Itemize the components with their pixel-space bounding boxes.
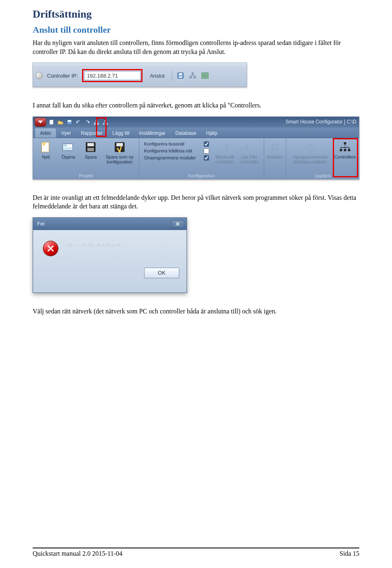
- tab-installningar[interactable]: Inställningar: [134, 128, 171, 138]
- send-label: Skicka till controller: [213, 154, 236, 164]
- tree-icon[interactable]: [189, 72, 197, 79]
- toolbar-screenshot: Controller IP: Anslut: [33, 63, 247, 87]
- dialog-title: Fel: [37, 221, 45, 227]
- svg-rect-33: [344, 142, 346, 144]
- config-wireless-label: Konfigurera trådlösa nät: [144, 148, 201, 153]
- tab-hjalp[interactable]: Hjälp: [201, 128, 222, 138]
- page-footer: Quickstart manual 2.0 2015-11-04 Sida 15: [33, 548, 359, 557]
- body-paragraph-2: I annat fall kan du söka efter controlle…: [33, 101, 359, 110]
- group-konfig-title: Konfiguration: [141, 172, 262, 178]
- svg-rect-7: [205, 73, 208, 75]
- section-title: Anslut till controller: [33, 25, 359, 35]
- controllers-button[interactable]: Controllers: [333, 140, 357, 172]
- tree-icon[interactable]: [93, 119, 100, 126]
- tab-lagg-till[interactable]: Lägg till: [107, 128, 134, 138]
- svg-rect-36: [348, 149, 350, 151]
- ok-button[interactable]: OK: [144, 268, 179, 278]
- ribbon-tabs: Arkiv Vyer Rapporter Lägg till Inställni…: [33, 127, 359, 138]
- controller-ip-input[interactable]: [84, 71, 140, 80]
- svg-rect-30: [272, 148, 275, 151]
- svg-rect-24: [87, 143, 94, 146]
- app-menu-button[interactable]: [35, 118, 46, 127]
- save-icon[interactable]: [66, 119, 73, 126]
- open-button[interactable]: Öppna: [57, 140, 80, 172]
- config-bus-option[interactable]: Konfigurera bussnät: [144, 141, 209, 147]
- config-reprogram-checkbox[interactable]: [204, 155, 209, 161]
- highlight-ip: [82, 69, 143, 82]
- svg-rect-15: [97, 123, 99, 125]
- svg-rect-5: [194, 77, 196, 78]
- svg-rect-13: [96, 120, 97, 121]
- error-icon: [43, 241, 58, 256]
- tab-vyer[interactable]: Vyer: [56, 128, 76, 138]
- close-icon: [175, 221, 180, 226]
- group-projekt-title: Projekt: [35, 172, 137, 178]
- config-wireless-checkbox[interactable]: [204, 148, 209, 154]
- controller-ip-label: Controller IP:: [47, 73, 78, 79]
- body-paragraph-3: Det är inte ovanligt att ett felmeddelan…: [33, 193, 359, 211]
- grid-icon[interactable]: [201, 72, 209, 79]
- new-button[interactable]: Nytt: [35, 140, 57, 172]
- config-wireless-option[interactable]: Konfigurera trådlösa nät: [144, 148, 209, 154]
- dialog-message: Kan inte hantera socket: [66, 241, 122, 247]
- svg-rect-12: [68, 120, 71, 122]
- page-title: Driftsättning: [33, 8, 359, 20]
- save-label: Spara: [85, 154, 97, 159]
- dialog-close-button[interactable]: [171, 220, 184, 228]
- svg-rect-6: [202, 73, 205, 75]
- save-as-label: Spara som ny konfiguration: [103, 154, 136, 164]
- svg-rect-29: [276, 143, 279, 147]
- unprog-label: Oprogrammerade trådlösa moduler: [289, 154, 332, 164]
- footer-right: Sida 15: [340, 550, 359, 557]
- footer-left: Quickstart manual 2.0 2015-11-04: [33, 550, 122, 557]
- tab-arkiv[interactable]: Arkiv: [35, 128, 56, 138]
- svg-rect-28: [272, 143, 275, 147]
- open-label: Öppna: [62, 154, 75, 159]
- svg-rect-34: [340, 149, 342, 151]
- save-icon[interactable]: [176, 72, 185, 79]
- svg-rect-1: [179, 73, 182, 75]
- controllers-label: Controllers: [334, 154, 356, 159]
- svg-rect-25: [87, 148, 94, 151]
- redo-icon[interactable]: [84, 119, 91, 126]
- tab-rapporter[interactable]: Rapporter: [76, 128, 107, 138]
- modules-label: Moduler: [267, 154, 283, 159]
- new-label: Nytt: [42, 154, 50, 159]
- save-as-button[interactable]: Spara som ny konfiguration: [102, 140, 137, 172]
- app-title: Smart House Configurator [ C:\D: [286, 119, 356, 125]
- read-from-controller-button: Läs från controller: [237, 140, 261, 172]
- group-discover-title: Upptäck: [288, 172, 357, 178]
- body-paragraph-4: Välj sedan rätt nätverk (det nätverk som…: [33, 307, 359, 316]
- svg-rect-3: [192, 73, 194, 74]
- network-icon[interactable]: [102, 119, 109, 126]
- config-bus-label: Konfigurera bussnät: [144, 141, 201, 146]
- connect-button[interactable]: Anslut: [147, 71, 168, 81]
- config-reprogram-label: Omprogrammera moduler: [144, 155, 201, 160]
- new-icon[interactable]: [48, 119, 55, 126]
- svg-rect-14: [94, 123, 96, 125]
- svg-rect-10: [49, 120, 53, 125]
- config-bus-checkbox[interactable]: [204, 141, 209, 147]
- save-button[interactable]: Spara: [80, 140, 102, 172]
- svg-rect-2: [179, 76, 182, 78]
- group-modules-title: [266, 177, 284, 178]
- svg-rect-22: [64, 147, 72, 150]
- svg-rect-27: [116, 143, 123, 146]
- error-dialog: Fel Kan inte hantera socket OK: [33, 217, 187, 293]
- svg-point-17: [103, 123, 105, 125]
- svg-point-18: [106, 123, 108, 125]
- ribbon-screenshot: Smart House Configurator [ C:\D Arkiv Vy…: [33, 116, 359, 179]
- quick-access-toolbar: Smart House Configurator [ C:\D: [33, 117, 359, 127]
- undo-icon[interactable]: [75, 119, 82, 126]
- svg-point-16: [105, 120, 106, 122]
- svg-rect-4: [190, 77, 192, 78]
- svg-rect-8: [202, 76, 205, 78]
- body-paragraph-1: Har du nyligen varit ansluten till contr…: [33, 38, 359, 56]
- tab-database[interactable]: Database: [170, 128, 201, 138]
- unprogrammed-wireless-button: Oprogrammerade trådlösa moduler: [288, 140, 333, 172]
- svg-rect-21: [64, 145, 67, 146]
- open-icon[interactable]: [57, 119, 64, 126]
- read-label: Läs från controller: [238, 154, 261, 164]
- config-reprogram-option[interactable]: Omprogrammera moduler: [144, 155, 209, 161]
- svg-point-32: [310, 149, 312, 151]
